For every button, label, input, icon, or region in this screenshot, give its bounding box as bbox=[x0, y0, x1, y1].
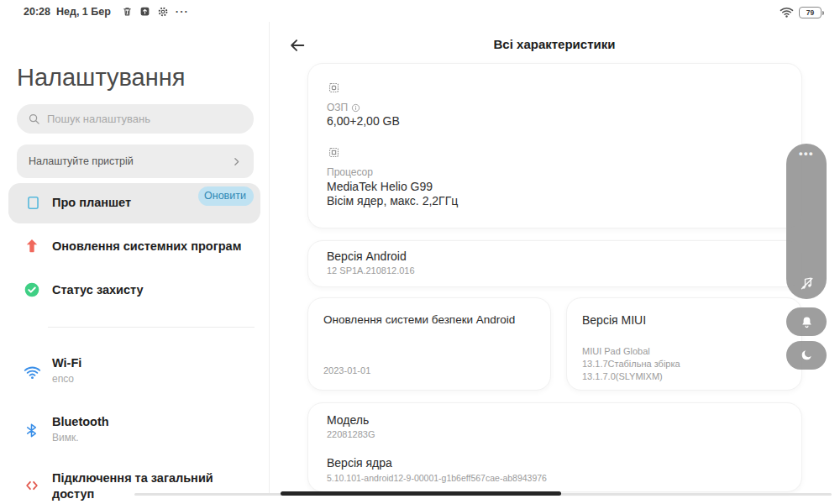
bluetooth-icon bbox=[24, 423, 39, 438]
video-toolbox-handle[interactable]: ••• bbox=[786, 144, 827, 299]
cpu-chip-icon bbox=[327, 145, 341, 160]
page-title-settings: Налаштування bbox=[17, 64, 185, 92]
music-off-icon[interactable] bbox=[786, 276, 827, 291]
sidebar-item-bluetooth[interactable]: Bluetooth Вимк. bbox=[8, 412, 260, 454]
system-updates-label: Оновлення системних програм bbox=[52, 239, 241, 253]
miui-version-label: Версія MIUI bbox=[582, 313, 646, 327]
battery-percent: 79 bbox=[806, 8, 814, 17]
status-bar: 20:28 Нед, 1 Бер ··· 79 bbox=[0, 0, 840, 24]
spec-card-security-update[interactable]: Оновлення системи безпеки Android 2023-0… bbox=[307, 297, 551, 391]
notifications-button[interactable] bbox=[786, 307, 827, 336]
spec-card-miui-version[interactable]: Версія MIUI MIUI Pad Global 13.1.7Стабіл… bbox=[566, 297, 802, 391]
android-version-value: 12 SP1A.210812.016 bbox=[327, 265, 415, 276]
drag-handle-dots-icon: ••• bbox=[786, 147, 827, 160]
sidebar-item-connection-sharing[interactable]: Підключення та загальний доступ bbox=[8, 469, 260, 504]
sidebar-item-system-updates[interactable]: Оновлення системних програм bbox=[8, 228, 260, 264]
ram-chip-icon bbox=[327, 81, 341, 95]
cpu-label: Процесор bbox=[327, 166, 373, 178]
dark-mode-button[interactable] bbox=[786, 341, 827, 370]
setup-device-label: Налаштуйте пристрій bbox=[29, 155, 231, 167]
search-icon bbox=[28, 113, 40, 125]
security-status-label: Статус захисту bbox=[52, 283, 144, 297]
miui-value-line1: MIUI Pad Global bbox=[582, 345, 680, 358]
connection-icon bbox=[24, 477, 40, 494]
settings-screen: 20:28 Нед, 1 Бер ··· 79 bbox=[0, 0, 840, 504]
miui-value-line2: 13.1.7Стабільна збірка bbox=[582, 358, 680, 370]
pane-divider bbox=[269, 22, 270, 494]
bluetooth-value: Вимк. bbox=[52, 432, 79, 444]
update-badge[interactable]: Оновити bbox=[198, 186, 254, 206]
info-icon[interactable] bbox=[351, 103, 360, 113]
page-title-all-specs: Всі характеристики bbox=[277, 37, 832, 51]
tablet-icon bbox=[25, 195, 41, 211]
bluetooth-label: Bluetooth bbox=[52, 415, 109, 428]
moon-icon bbox=[800, 349, 813, 362]
chevron-right-icon bbox=[231, 156, 242, 167]
search-input[interactable] bbox=[47, 113, 243, 125]
date: Нед, 1 Бер bbox=[56, 6, 111, 18]
ram-value: 6,00+2,00 GB bbox=[327, 114, 400, 128]
sidebar-item-setup-device[interactable]: Налаштуйте пристрій bbox=[17, 144, 254, 178]
spec-card-ram-cpu[interactable]: ОЗП 6,00+2,00 GB Процесор MediaTek Helio… bbox=[307, 63, 802, 228]
shield-check-icon bbox=[24, 281, 40, 298]
clock: 20:28 bbox=[24, 6, 50, 18]
android-version-label: Версія Android bbox=[327, 249, 407, 263]
wifi-label: Wi-Fi bbox=[52, 356, 81, 370]
security-update-value: 2023-01-01 bbox=[323, 365, 370, 375]
sidebar-item-security-status[interactable]: Статус захисту bbox=[8, 272, 260, 307]
screenshot-share-icon[interactable] bbox=[139, 6, 150, 17]
gear-icon[interactable] bbox=[157, 6, 169, 18]
ram-label: ОЗП bbox=[327, 102, 348, 113]
sidebar-divider bbox=[48, 327, 255, 328]
kernel-label: Версія ядра bbox=[327, 456, 392, 470]
spec-card-model-kernel[interactable]: Модель 22081283G Версія ядра 5.10.101-an… bbox=[307, 402, 802, 492]
miui-value-line3: 13.1.7.0(SLYMIXM) bbox=[582, 370, 680, 383]
trash-icon[interactable] bbox=[122, 6, 133, 17]
sidebar-item-about-tablet[interactable]: Про планшет Оновити bbox=[8, 183, 260, 223]
connection-label: Підключення та загальний доступ bbox=[52, 470, 249, 502]
kernel-value: 5.10.101-android12-9-00001-g1b6eff567cae… bbox=[327, 473, 547, 483]
search-box[interactable] bbox=[17, 104, 254, 134]
wifi-status-icon bbox=[780, 5, 794, 19]
model-label: Модель bbox=[327, 413, 369, 427]
spec-card-android-version[interactable]: Версія Android 12 SP1A.210812.016 bbox=[307, 240, 802, 287]
cpu-value-line1: MediaTek Helio G99 bbox=[327, 180, 433, 193]
security-update-label: Оновлення системи безпеки Android bbox=[323, 313, 515, 326]
home-indicator[interactable] bbox=[281, 491, 561, 496]
about-tablet-label: Про планшет bbox=[52, 196, 131, 209]
battery-indicator: 79 bbox=[799, 7, 822, 18]
model-value: 22081283G bbox=[327, 429, 375, 439]
sidebar-item-wifi[interactable]: Wi-Fi enco bbox=[8, 353, 260, 395]
arrow-up-icon bbox=[24, 238, 40, 255]
cpu-value-line2: Вісім ядер, макс. 2,2ГГц bbox=[327, 194, 458, 207]
wifi-value: enco bbox=[52, 373, 74, 385]
wifi-icon bbox=[24, 364, 41, 381]
more-options-icon[interactable]: ··· bbox=[176, 5, 189, 18]
bell-icon bbox=[800, 315, 814, 329]
